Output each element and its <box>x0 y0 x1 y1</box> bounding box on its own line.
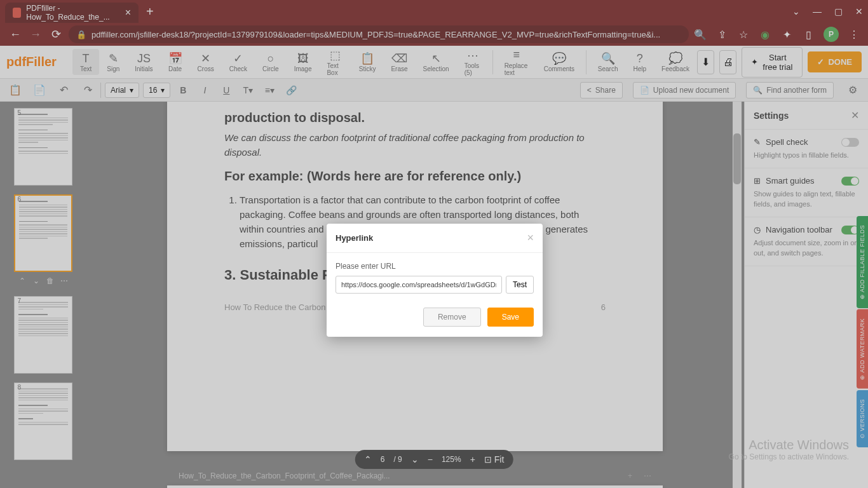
hyperlink-modal: Hyperlink × Please enter URL Test Remove… <box>327 224 543 337</box>
test-button[interactable]: Test <box>506 276 534 294</box>
save-button[interactable]: Save <box>487 308 534 327</box>
modal-title: Hyperlink <box>336 233 373 243</box>
remove-button[interactable]: Remove <box>423 308 481 327</box>
modal-close-icon[interactable]: × <box>527 231 534 245</box>
modal-url-label: Please enter URL <box>336 262 534 271</box>
url-input[interactable] <box>336 276 502 294</box>
